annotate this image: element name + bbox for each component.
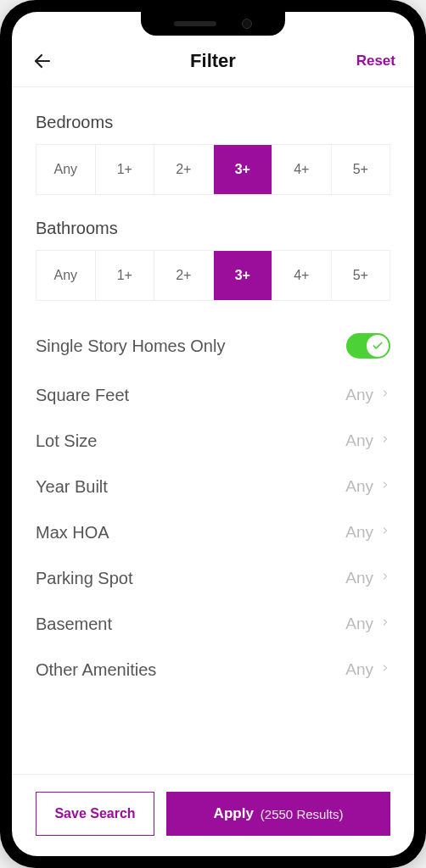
- apply-results-count: (2550 Results): [261, 807, 344, 821]
- chevron-right-icon: [380, 615, 390, 633]
- filter-rows: Square FeetAnyLot SizeAnyYear BuiltAnyMa…: [36, 372, 390, 693]
- notch: [141, 12, 285, 36]
- bathrooms-label: Bathrooms: [36, 219, 390, 238]
- row-value: Any: [345, 615, 373, 633]
- arrow-left-icon: [32, 51, 53, 71]
- bedrooms-option[interactable]: 5+: [332, 145, 390, 194]
- bedrooms-option[interactable]: 4+: [272, 145, 332, 194]
- filter-row[interactable]: Year BuiltAny: [36, 464, 390, 509]
- single-story-label: Single Story Homes Only: [36, 337, 225, 356]
- chevron-right-icon: [380, 660, 390, 679]
- front-camera: [242, 19, 252, 29]
- content-area: Bedrooms Any1+2+3+4+5+ Bathrooms Any1+2+…: [12, 87, 414, 774]
- row-value: Any: [345, 660, 373, 679]
- phone-frame: Filter Reset Bedrooms Any1+2+3+4+5+ Bath…: [0, 0, 426, 868]
- filter-row[interactable]: Other AmenitiesAny: [36, 647, 390, 693]
- filter-row[interactable]: Square FeetAny: [36, 372, 390, 418]
- bathrooms-option[interactable]: 1+: [96, 251, 155, 300]
- bathrooms-option[interactable]: 3+: [214, 251, 273, 300]
- bathrooms-option[interactable]: 2+: [154, 251, 214, 300]
- bathrooms-option[interactable]: Any: [36, 251, 96, 300]
- apply-button[interactable]: Apply (2550 Results): [166, 792, 390, 836]
- chevron-right-icon: [380, 431, 390, 450]
- bedrooms-option[interactable]: 3+: [214, 145, 273, 194]
- row-right: Any: [345, 615, 390, 633]
- screen: Filter Reset Bedrooms Any1+2+3+4+5+ Bath…: [12, 12, 414, 856]
- chevron-right-icon: [380, 569, 390, 587]
- row-label: Max HOA: [36, 523, 109, 542]
- toggle-knob: [367, 335, 389, 357]
- row-label: Lot Size: [36, 431, 97, 451]
- row-right: Any: [345, 431, 390, 450]
- row-right: Any: [345, 477, 390, 496]
- back-button[interactable]: [31, 49, 54, 73]
- chevron-right-icon: [380, 386, 390, 404]
- row-label: Other Amenities: [36, 660, 156, 680]
- row-label: Basement: [36, 615, 112, 634]
- row-right: Any: [345, 569, 390, 587]
- row-label: Parking Spot: [36, 569, 133, 588]
- filter-row[interactable]: Lot SizeAny: [36, 418, 390, 464]
- row-label: Square Feet: [36, 386, 129, 405]
- row-value: Any: [345, 477, 373, 496]
- single-story-row: Single Story Homes Only: [36, 325, 390, 372]
- bedrooms-option[interactable]: Any: [36, 145, 96, 194]
- speaker-grille: [174, 21, 216, 26]
- bathrooms-option[interactable]: 4+: [272, 251, 332, 300]
- row-right: Any: [345, 386, 390, 404]
- row-value: Any: [345, 386, 373, 404]
- footer-bar: Save Search Apply (2550 Results): [12, 774, 414, 856]
- chevron-right-icon: [380, 523, 390, 542]
- check-icon: [372, 340, 384, 352]
- bedrooms-label: Bedrooms: [36, 113, 390, 132]
- bathrooms-segmented: Any1+2+3+4+5+: [36, 250, 390, 301]
- single-story-toggle[interactable]: [346, 333, 390, 359]
- bedrooms-segmented: Any1+2+3+4+5+: [36, 144, 390, 195]
- filter-row[interactable]: Parking SpotAny: [36, 555, 390, 601]
- row-value: Any: [345, 523, 373, 542]
- filter-row[interactable]: Max HOAAny: [36, 509, 390, 555]
- save-search-button[interactable]: Save Search: [36, 792, 154, 836]
- page-title: Filter: [190, 50, 236, 72]
- row-value: Any: [345, 569, 373, 587]
- row-right: Any: [345, 660, 390, 679]
- bedrooms-option[interactable]: 2+: [154, 145, 214, 194]
- bathrooms-option[interactable]: 5+: [332, 251, 390, 300]
- apply-label: Apply: [214, 805, 254, 822]
- row-value: Any: [345, 431, 373, 450]
- filter-row[interactable]: BasementAny: [36, 601, 390, 647]
- chevron-right-icon: [380, 477, 390, 496]
- row-label: Year Built: [36, 477, 108, 497]
- bedrooms-option[interactable]: 1+: [96, 145, 155, 194]
- row-right: Any: [345, 523, 390, 542]
- reset-button[interactable]: Reset: [356, 53, 395, 70]
